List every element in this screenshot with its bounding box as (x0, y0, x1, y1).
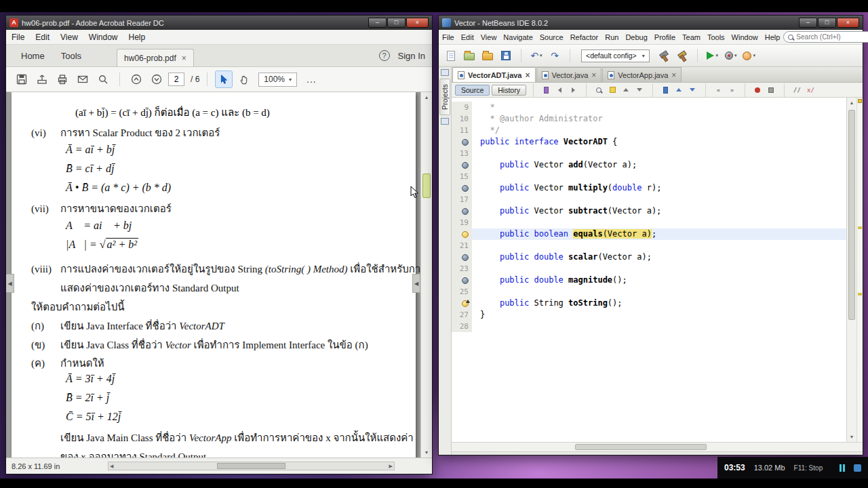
menubar-item[interactable]: Team (679, 30, 704, 44)
minimize-button[interactable]: – (368, 18, 387, 28)
zoom-select[interactable]: 100% ▾ (258, 73, 297, 87)
page-number-input[interactable] (168, 73, 184, 86)
close-button[interactable]: × (406, 18, 429, 28)
scroll-up-icon[interactable]: ▲ (847, 98, 856, 108)
code-area[interactable]: 9 *10 * @author Administrator11 */public… (452, 98, 846, 442)
previous-page-icon[interactable] (127, 70, 145, 88)
last-edit-icon[interactable] (540, 84, 552, 96)
code-line[interactable]: 17 (452, 194, 846, 205)
save-icon[interactable] (13, 70, 31, 88)
close-tab-icon[interactable]: × (591, 71, 596, 79)
open-project-icon[interactable] (479, 47, 496, 64)
menubar-item[interactable]: View (55, 30, 83, 44)
stop-recording-icon[interactable] (854, 464, 861, 472)
menubar-item[interactable]: View (477, 30, 500, 44)
scroll-up-icon[interactable]: ▲ (421, 92, 432, 102)
annotation-glyph[interactable] (462, 254, 469, 261)
menubar-item[interactable]: Profile (651, 30, 679, 44)
search-input[interactable] (796, 33, 868, 41)
menubar-item[interactable]: Refactor (567, 30, 602, 44)
vertical-scrollbar[interactable]: ▲ ▼ (420, 92, 432, 458)
highlight-icon[interactable] (607, 84, 618, 96)
code-line[interactable]: public Vector multiply(double r); (452, 182, 846, 194)
export-icon[interactable] (33, 70, 51, 88)
search-icon[interactable] (94, 70, 112, 88)
code-line[interactable]: public Vector subtract(Vector a); (452, 205, 846, 217)
stop-macro-icon[interactable] (766, 84, 777, 96)
annotation-glyph[interactable] (462, 185, 469, 192)
warning-mark[interactable] (858, 293, 862, 296)
shift-right-icon[interactable]: » (726, 84, 738, 96)
debug-project-button[interactable]: ▾ (723, 47, 739, 64)
scroll-down-icon[interactable]: ▼ (421, 447, 432, 458)
comment-icon[interactable]: // (791, 84, 803, 96)
tab-vectoradt-java[interactable]: VectorADT.java × (452, 67, 536, 82)
uncomment-icon[interactable]: x/ (805, 84, 816, 96)
undo-button[interactable]: ↶▾ (528, 47, 545, 64)
find-selection-icon[interactable] (593, 84, 605, 96)
run-project-button[interactable]: ▾ (705, 47, 721, 64)
menubar-item[interactable]: Help (123, 30, 151, 44)
source-view-button[interactable]: Source (455, 85, 490, 96)
forward-icon[interactable] (568, 84, 579, 96)
code-line[interactable]: 15 (452, 171, 846, 182)
quick-search[interactable] (783, 31, 868, 43)
code-line[interactable]: 27} (452, 309, 846, 321)
code-line[interactable]: 21 (452, 240, 846, 251)
code-line[interactable]: 25 (452, 286, 846, 298)
new-file-icon[interactable] (443, 47, 459, 64)
tab-vectorapp-java[interactable]: VectorApp.java × (602, 67, 682, 82)
minimize-button[interactable]: – (799, 18, 817, 28)
menubar-item[interactable]: Window (83, 30, 123, 44)
email-icon[interactable] (74, 70, 92, 88)
code-line[interactable]: 11 */ (452, 125, 846, 136)
previous-occurrence-icon[interactable] (620, 84, 632, 96)
config-select[interactable]: <default config> ▾ (581, 49, 650, 62)
tab-tools[interactable]: Tools (53, 45, 90, 66)
build-project-icon[interactable] (656, 47, 672, 64)
toggle-bookmark-icon[interactable] (660, 84, 671, 96)
hand-tool-icon[interactable] (235, 70, 253, 88)
code-line[interactable]: public interface VectorADT { (452, 136, 846, 148)
code-line[interactable]: 28 (452, 321, 846, 332)
previous-bookmark-icon[interactable] (673, 84, 685, 96)
maximize-button[interactable]: □ (387, 18, 406, 28)
menubar-item[interactable]: Debug (622, 30, 650, 44)
clean-build-icon[interactable] (674, 47, 690, 64)
menubar-item[interactable]: Source (536, 30, 567, 44)
select-tool-icon[interactable] (215, 70, 233, 88)
tab-vector-java[interactable]: Vector.java × (536, 67, 602, 82)
editor-vertical-scrollbar[interactable]: ▲ ▼ (846, 98, 856, 442)
hint-bulb-icon[interactable] (462, 231, 469, 238)
code-line[interactable]: 19 (452, 217, 846, 228)
menubar-item[interactable]: File (439, 30, 458, 44)
editor-horizontal-scrollbar[interactable] (452, 442, 863, 451)
scrollbar-thumb[interactable] (217, 463, 285, 469)
scrollbar-thumb[interactable] (422, 174, 431, 198)
menubar-item[interactable]: Edit (458, 30, 477, 44)
menubar-item[interactable]: Edit (30, 30, 55, 44)
close-tab-icon[interactable]: × (182, 54, 186, 62)
error-stripe[interactable] (856, 98, 863, 442)
annotation-glyph[interactable] (462, 277, 469, 284)
code-line[interactable]: public Vector add(Vector a); (452, 159, 846, 171)
profile-project-button[interactable]: ▾ (741, 47, 757, 64)
code-line[interactable]: 23 (452, 263, 846, 274)
scroll-left-icon[interactable]: ◀ (110, 463, 113, 470)
back-icon[interactable] (554, 84, 566, 96)
menubar-item[interactable]: Navigate (500, 30, 536, 44)
code-line[interactable]: 10 * @author Administrator (452, 113, 846, 125)
close-tab-icon[interactable]: × (671, 71, 676, 79)
record-macro-icon[interactable] (752, 84, 764, 96)
next-page-icon[interactable] (148, 70, 165, 88)
code-line[interactable]: public String toString(); (452, 298, 846, 309)
menubar-item[interactable]: Run (601, 30, 622, 44)
right-panel-toggle[interactable]: ◀ (412, 274, 420, 293)
annotation-glyph[interactable] (462, 139, 469, 146)
projects-panel-tab[interactable]: Projects (439, 79, 450, 115)
override-hint-icon[interactable] (462, 300, 469, 307)
panel-icon[interactable] (441, 118, 449, 125)
next-bookmark-icon[interactable] (687, 84, 698, 96)
menubar-item[interactable]: File (6, 30, 30, 44)
menubar-item[interactable]: Tools (704, 30, 728, 44)
